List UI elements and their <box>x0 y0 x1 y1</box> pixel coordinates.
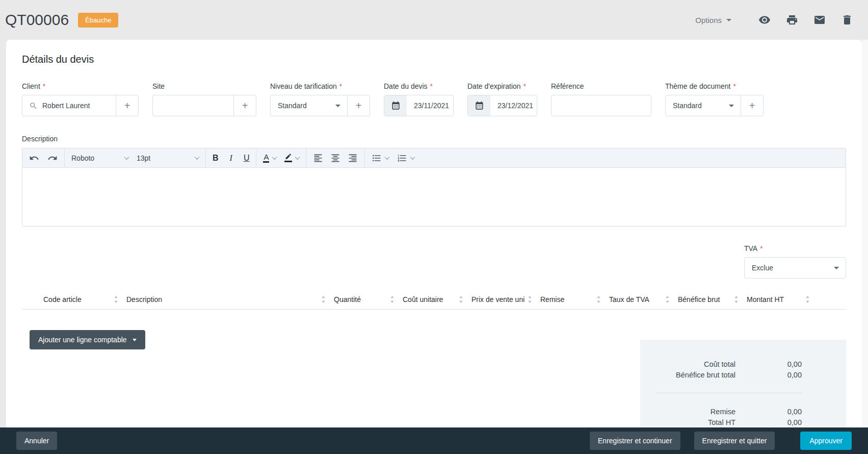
total-row-discount: Remise 0,00 <box>655 407 802 417</box>
align-right-button[interactable] <box>348 153 358 163</box>
document-theme-field: Thème de document * Standard + <box>665 82 764 116</box>
pricing-level-label: Niveau de tarification <box>270 82 337 90</box>
add-document-theme-button[interactable]: + <box>741 95 763 116</box>
editor-toolbar: Roboto 13pt B I U A <box>22 148 846 168</box>
tva-section: TVA * Exclue <box>22 244 846 279</box>
vertical-scrollbar[interactable] <box>862 40 868 427</box>
add-site-button[interactable]: + <box>233 95 256 116</box>
totals-divider <box>655 393 802 393</box>
email-button[interactable] <box>813 13 826 27</box>
reference-label: Référence <box>551 82 584 90</box>
column-header-montant-ht[interactable]: Montant HT <box>747 295 818 304</box>
numbered-list-icon <box>397 153 407 163</box>
description-label: Description <box>22 135 58 143</box>
font-size-value: 13pt <box>137 154 150 162</box>
client-label: Client <box>22 82 40 90</box>
sort-icon[interactable] <box>459 296 463 303</box>
totals-panel: Coût total 0,00 Bénéfice brut total 0,00… <box>640 340 846 431</box>
save-quit-button[interactable]: Enregistrer et quitter <box>694 432 775 450</box>
column-header-cout-unitaire[interactable]: Coût unitaire <box>403 295 471 304</box>
sort-icon[interactable] <box>734 296 739 303</box>
plus-icon: + <box>124 100 130 112</box>
document-theme-label: Thème de document <box>665 82 730 90</box>
add-client-button[interactable]: + <box>116 95 138 116</box>
font-size-dropdown[interactable]: 13pt <box>137 148 199 167</box>
quote-date-field: Date du devis * 23/11/2021 <box>384 82 454 116</box>
column-header-benefice-brut[interactable]: Bénéfice brut <box>678 295 747 304</box>
align-center-icon <box>330 153 340 163</box>
column-header-remise[interactable]: Remise <box>540 295 609 304</box>
sort-icon[interactable] <box>114 296 118 303</box>
undo-button[interactable] <box>29 153 39 163</box>
required-marker: * <box>523 82 526 90</box>
status-badge: Ébauche <box>78 13 118 28</box>
expiry-date-input[interactable]: 23/12/2021 <box>490 102 533 110</box>
column-header-taux-de-tva[interactable]: Taux de TVA <box>609 295 678 304</box>
printer-icon <box>786 14 798 26</box>
bullet-list-button[interactable] <box>372 153 382 163</box>
add-line-button[interactable]: Ajouter une ligne comptable <box>30 330 145 349</box>
tva-select[interactable]: Exclue <box>745 258 846 278</box>
column-header-prix-de-vente[interactable]: Prix de vente uni... <box>471 295 540 304</box>
total-row-gross-profit: Bénéfice brut total 0,00 <box>655 370 802 381</box>
column-header-code-article[interactable]: Code article <box>22 295 126 304</box>
pricing-level-select[interactable]: Standard <box>271 95 347 116</box>
caret-down-icon <box>834 267 839 269</box>
bold-button[interactable]: B <box>213 154 219 163</box>
numbered-list-button[interactable] <box>397 153 407 163</box>
chevron-down-icon <box>124 155 129 160</box>
quote-date-picker-button[interactable] <box>384 95 407 116</box>
expiry-date-picker-button[interactable] <box>468 95 490 116</box>
plus-icon: + <box>749 100 755 112</box>
column-header-quantite[interactable]: Quantité <box>334 295 403 304</box>
quote-form-row: Client * Robert Laurent + Site + Niv <box>22 82 846 116</box>
highlight-color-button[interactable] <box>284 154 292 162</box>
rich-text-editor: Roboto 13pt B I U A <box>22 148 846 226</box>
caret-down-icon <box>729 105 734 107</box>
sort-icon[interactable] <box>665 296 670 303</box>
font-family-dropdown[interactable]: Roboto <box>71 148 128 167</box>
sort-icon[interactable] <box>805 296 810 303</box>
total-row-cost: Coût total 0,00 <box>655 359 802 370</box>
redo-icon <box>47 153 58 163</box>
line-items-header: Code article Description Quantité Coût u… <box>22 290 846 310</box>
cancel-button[interactable]: Annuler <box>16 432 57 450</box>
calendar-icon <box>391 101 401 111</box>
approve-button[interactable]: Approuver <box>800 432 852 450</box>
align-left-button[interactable] <box>313 153 323 163</box>
preview-button[interactable] <box>758 13 771 27</box>
sort-icon[interactable] <box>596 296 601 303</box>
document-theme-select[interactable]: Standard <box>666 95 741 116</box>
quote-details-panel: Détails du devis Client * Robert Laurent… <box>6 40 862 454</box>
redo-button[interactable] <box>47 153 58 163</box>
chevron-down-icon <box>272 155 277 160</box>
required-marker: * <box>430 82 433 90</box>
text-color-button[interactable]: A <box>263 153 269 163</box>
sort-icon[interactable] <box>390 296 394 303</box>
tva-label: TVA <box>744 244 757 253</box>
column-header-description[interactable]: Description <box>126 295 334 304</box>
eye-icon <box>758 14 771 26</box>
total-row-total-ht: Total HT 0,00 <box>655 417 802 428</box>
pricing-level-field: Niveau de tarification * Standard + <box>270 82 370 116</box>
search-icon <box>29 102 38 110</box>
options-dropdown[interactable]: Options <box>695 16 731 24</box>
site-label: Site <box>152 82 165 90</box>
top-bar-actions: Options <box>695 13 854 27</box>
client-input[interactable]: Robert Laurent <box>42 102 90 110</box>
description-editor-area[interactable] <box>22 168 846 226</box>
print-button[interactable] <box>785 13 799 27</box>
sort-icon[interactable] <box>321 296 326 303</box>
sort-icon[interactable] <box>528 296 532 303</box>
italic-button[interactable]: I <box>230 154 232 163</box>
underline-button[interactable]: U <box>244 154 250 163</box>
save-continue-button[interactable]: Enregistrer et continuer <box>590 432 680 450</box>
add-pricing-level-button[interactable]: + <box>347 95 370 116</box>
site-field: Site + <box>152 82 256 116</box>
align-center-button[interactable] <box>330 153 340 163</box>
quote-date-label: Date du devis <box>384 82 428 90</box>
delete-button[interactable] <box>840 13 854 27</box>
quote-date-input[interactable]: 23/11/2021 <box>407 102 449 110</box>
chevron-down-icon <box>385 155 390 160</box>
calendar-icon <box>475 101 484 111</box>
